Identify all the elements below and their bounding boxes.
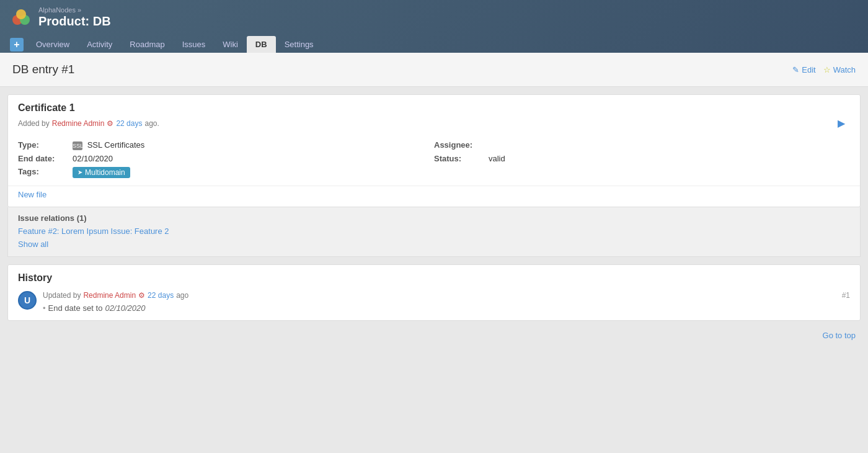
- entry-meta: Added by Redmine Admin ⚙ 22 days ago. ▶: [8, 116, 860, 135]
- watch-star-icon: ☆: [823, 65, 831, 74]
- type-field-row: Type: SSL SSL Certificates: [18, 140, 434, 150]
- watch-link[interactable]: ☆ Watch: [823, 65, 856, 74]
- svg-point-2: [16, 9, 26, 19]
- added-suffix: ago.: [144, 119, 159, 128]
- edit-link[interactable]: ✎ Edit: [792, 65, 815, 74]
- end-date-label: End date:: [18, 154, 68, 163]
- end-date-field-row: End date: 02/10/2020: [18, 154, 434, 163]
- history-section: History U Updated by Redmine Admin ⚙ 22 …: [7, 264, 861, 321]
- ssl-type-icon: SSL: [73, 141, 82, 150]
- relation-link[interactable]: Feature #2: Lorem Ipsum Issue: Feature 2: [18, 226, 169, 236]
- nav-plus-button[interactable]: +: [10, 38, 24, 52]
- type-label: Type:: [18, 140, 68, 150]
- added-time-link[interactable]: 22 days: [116, 119, 142, 128]
- history-action: set to: [83, 303, 103, 313]
- entry-header: DB entry #1 ✎ Edit ☆ Watch: [0, 53, 868, 87]
- go-to-top: Go to top: [0, 321, 868, 350]
- added-by-user-link[interactable]: Redmine Admin: [52, 119, 105, 128]
- added-by-label: Added by: [18, 119, 50, 128]
- assignee-label: Assignee:: [434, 140, 484, 150]
- relations-title: Issue relations (1): [18, 213, 850, 223]
- app-logo: [10, 6, 32, 29]
- tag-arrow-icon: ➤: [78, 169, 82, 176]
- type-value-text: SSL Certificates: [87, 140, 145, 150]
- nav-tabs: + Overview Activity Roadmap Issues Wiki …: [10, 36, 858, 53]
- tag-text: Multidomain: [85, 168, 125, 177]
- updated-time-link[interactable]: 22 days: [148, 291, 174, 300]
- header-title-block: AlphaNodes » Product: DB: [38, 6, 111, 29]
- tags-value: ➤ Multidomain: [73, 167, 130, 178]
- edit-label: Edit: [802, 65, 815, 74]
- type-value: SSL SSL Certificates: [73, 140, 144, 150]
- avatar-letter: U: [24, 295, 30, 305]
- entry-name: Certificate 1: [8, 95, 860, 116]
- relations-section: Issue relations (1) Feature #2: Lorem Ip…: [7, 207, 861, 257]
- tab-db[interactable]: DB: [247, 36, 276, 53]
- edit-pencil-icon: ✎: [792, 65, 799, 74]
- updated-label: Updated by: [43, 291, 81, 300]
- history-title: History: [18, 272, 850, 284]
- status-field-row: Status: valid: [434, 154, 850, 163]
- user-gear-icon: ⚙: [107, 119, 113, 128]
- history-value: 02/10/2020: [105, 303, 145, 313]
- history-field: End date: [48, 303, 81, 313]
- page-content: DB entry #1 ✎ Edit ☆ Watch Certificate 1…: [0, 53, 868, 350]
- bullet-icon: •: [43, 303, 46, 313]
- updated-suffix: ago: [176, 291, 188, 300]
- history-gear-icon: ⚙: [138, 291, 145, 300]
- history-item: • End date set to 02/10/2020: [43, 303, 850, 313]
- tab-issues[interactable]: Issues: [174, 36, 215, 53]
- history-entry: U Updated by Redmine Admin ⚙ 22 days ago…: [18, 291, 850, 313]
- header-project-title: Product: DB: [38, 14, 111, 29]
- tab-roadmap[interactable]: Roadmap: [121, 36, 173, 53]
- tags-field-row: Tags: ➤ Multidomain: [18, 167, 434, 178]
- new-file-link[interactable]: New file: [18, 190, 46, 199]
- tab-activity[interactable]: Activity: [78, 36, 121, 53]
- tab-overview[interactable]: Overview: [27, 36, 78, 53]
- header-breadcrumb: AlphaNodes »: [38, 6, 111, 14]
- empty-right-tags: [434, 167, 850, 178]
- status-value: valid: [489, 154, 505, 163]
- entry-actions: ✎ Edit ☆ Watch: [792, 65, 856, 74]
- expand-icon[interactable]: ▶: [838, 118, 845, 128]
- entry-card: Certificate 1 Added by Redmine Admin ⚙ 2…: [7, 94, 861, 207]
- go-to-top-link[interactable]: Go to top: [823, 331, 856, 340]
- history-avatar: U: [18, 291, 37, 310]
- entry-title: DB entry #1: [12, 63, 74, 76]
- status-label: Status:: [434, 154, 484, 163]
- tab-wiki[interactable]: Wiki: [214, 36, 247, 53]
- history-meta: Updated by Redmine Admin ⚙ 22 days ago: [43, 291, 850, 300]
- tags-label: Tags:: [18, 167, 68, 176]
- updated-user-link[interactable]: Redmine Admin: [83, 291, 136, 300]
- new-file-row: New file: [8, 186, 860, 207]
- entry-fields: Type: SSL SSL Certificates Assignee: End…: [8, 135, 860, 186]
- show-all-link[interactable]: Show all: [18, 240, 850, 249]
- history-content: Updated by Redmine Admin ⚙ 22 days ago •…: [43, 291, 850, 313]
- assignee-field-row: Assignee:: [434, 140, 850, 150]
- tag-badge[interactable]: ➤ Multidomain: [73, 167, 130, 178]
- history-number: #1: [842, 291, 850, 300]
- watch-label: Watch: [833, 65, 856, 74]
- page-header: AlphaNodes » Product: DB + Overview Acti…: [0, 0, 868, 53]
- end-date-value: 02/10/2020: [73, 154, 113, 163]
- tab-settings[interactable]: Settings: [276, 36, 322, 53]
